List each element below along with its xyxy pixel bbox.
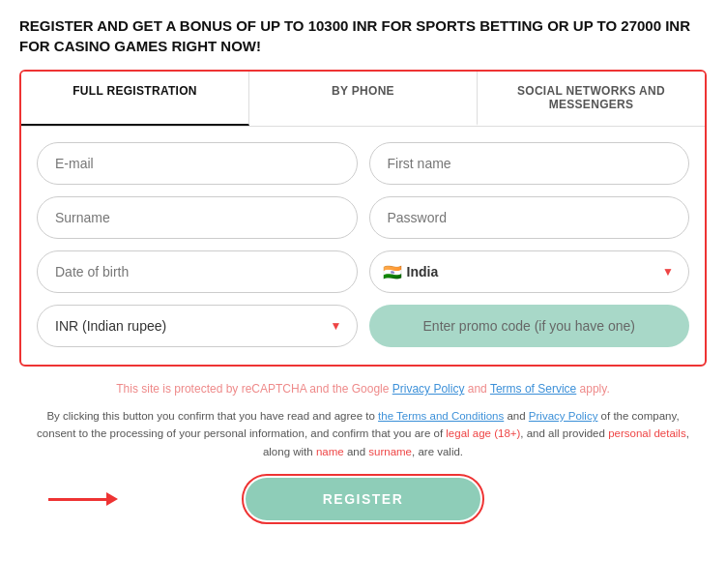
- arrow-left: [48, 492, 118, 506]
- dob-field[interactable]: [37, 250, 358, 293]
- personal-highlight: personal details: [608, 427, 686, 439]
- age-highlight: legal age (18+): [446, 427, 520, 439]
- arrow-head-icon: [106, 492, 118, 506]
- header-banner: REGISTER AND GET A BONUS OF UP TO 10300 …: [19, 15, 707, 56]
- form-fields: 🇮🇳 India ▼ INR (Indian rupee) ▼ Enter pr…: [21, 127, 705, 365]
- promo-code-button[interactable]: Enter promo code (if you have one): [369, 305, 690, 347]
- country-select-wrapper: 🇮🇳 India ▼: [369, 250, 690, 293]
- currency-select-wrapper: INR (Indian rupee) ▼: [37, 305, 358, 347]
- surname-highlight: surname: [368, 446, 412, 457]
- password-field[interactable]: [369, 196, 690, 239]
- register-button[interactable]: REGISTER: [246, 478, 481, 520]
- country-select[interactable]: India: [369, 250, 690, 293]
- email-field[interactable]: [37, 142, 358, 185]
- tabs: FULL REGISTRATION BY PHONE SOCIAL NETWOR…: [21, 72, 705, 127]
- currency-select[interactable]: INR (Indian rupee): [37, 305, 358, 347]
- firstname-field[interactable]: [369, 142, 690, 185]
- register-row: REGISTER: [19, 474, 707, 524]
- privacy-link[interactable]: Privacy Policy: [529, 410, 598, 422]
- terms-notice: By clicking this button you confirm that…: [19, 407, 707, 460]
- terms-of-service-link[interactable]: Terms of Service: [490, 382, 576, 396]
- name-highlight: name: [316, 446, 344, 457]
- captcha-notice: This site is protected by reCAPTCHA and …: [19, 380, 707, 397]
- register-btn-wrapper: REGISTER: [242, 474, 485, 524]
- terms-conditions-link[interactable]: the Terms and Conditions: [378, 410, 504, 422]
- form-container: FULL REGISTRATION BY PHONE SOCIAL NETWOR…: [19, 70, 707, 367]
- privacy-policy-link[interactable]: Privacy Policy: [392, 382, 465, 396]
- tab-by-phone[interactable]: BY PHONE: [249, 72, 478, 126]
- tab-social-networks[interactable]: SOCIAL NETWORKS AND MESSENGERS: [478, 72, 705, 126]
- arrow-shaft: [48, 498, 106, 501]
- tab-full-registration[interactable]: FULL REGISTRATION: [21, 72, 249, 126]
- surname-field[interactable]: [37, 196, 358, 239]
